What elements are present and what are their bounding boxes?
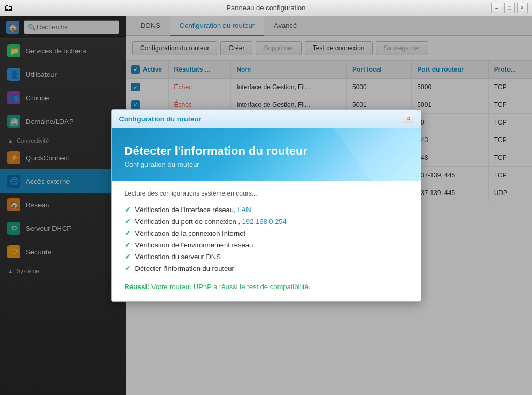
checkmark-icon: ✔ [125,264,131,273]
checkmark-icon: ✔ [125,241,131,249]
modal-header: Configuration du routeur × [112,110,421,128]
minimize-button[interactable]: – [491,3,502,13]
check-link[interactable]: 192.168.0.254 [242,218,287,226]
check-text: Vérification du port de connexion , 192.… [135,218,287,226]
check-link[interactable]: LAN [237,206,251,214]
check-text: Détecter l'information du routeur [135,265,234,273]
titlebar-controls: – □ × [491,3,528,13]
check-item-0: ✔Vérification de l'interface réseau, LAN [125,204,408,215]
check-item-1: ✔Vérification du port de connexion , 192… [125,215,408,227]
modal-overlay: Configuration du routeur × Détecter l'in… [0,16,532,395]
check-item-5: ✔Détecter l'information du routeur [125,262,408,274]
check-text: Vérification de la connexion Internet [135,229,246,237]
modal-close-button[interactable]: × [404,114,413,123]
titlebar-title: Panneau de configuration [226,4,305,12]
modal-title: Configuration du routeur [119,115,202,123]
modal-config-routeur: Configuration du routeur × Détecter l'in… [111,109,421,302]
check-text: Vérification de l'environnement réseau [135,241,253,249]
maximize-button[interactable]: □ [504,3,515,13]
titlebar: 🗂 Panneau de configuration – □ × [0,0,532,16]
check-item-3: ✔Vérification de l'environnement réseau [125,239,408,251]
close-window-button[interactable]: × [517,3,528,13]
success-message: Réussi: Votre routeur UPnP a réussi le t… [125,283,408,291]
check-item-4: ✔Vérification du serveur DNS [125,251,408,262]
success-text: Votre routeur UPnP a réussi le test de c… [151,283,310,291]
success-label: Réussi: [125,283,150,291]
modal-hero-title: Détecter l'information du routeur [125,144,408,158]
modal-hero: Détecter l'information du routeur Config… [112,128,421,181]
checkmark-icon: ✔ [125,217,131,226]
check-text: Vérification du serveur DNS [135,253,221,261]
check-item-2: ✔Vérification de la connexion Internet [125,227,408,239]
modal-body: Lecture des configurations système en co… [112,181,421,301]
modal-hero-subtitle: Configuration du routeur [125,160,408,168]
checkmark-icon: ✔ [125,229,131,237]
titlebar-icon: 🗂 [4,3,13,13]
reading-text: Lecture des configurations système en co… [125,190,408,197]
checks-container: ✔Vérification de l'interface réseau, LAN… [125,204,408,274]
checkmark-icon: ✔ [125,205,131,214]
check-text: Vérification de l'interface réseau, LAN [135,206,251,214]
checkmark-icon: ✔ [125,252,131,261]
